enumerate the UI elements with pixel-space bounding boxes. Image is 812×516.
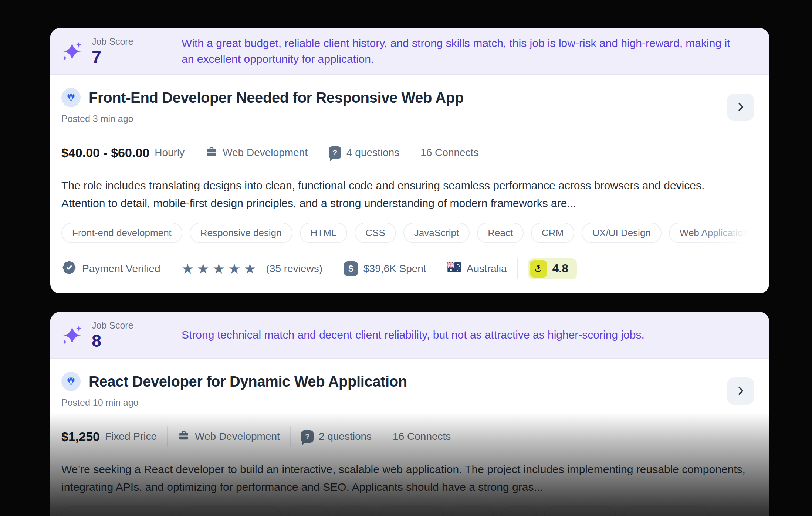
client-info-row: Payment Verified ★★★★★ (35 reviews) $ $3… bbox=[61, 258, 754, 279]
job-insight-text: Strong technical match and decent client… bbox=[182, 312, 769, 358]
job-card[interactable]: Job Score 8 Strong technical match and d… bbox=[50, 312, 769, 516]
job-questions-label: 2 questions bbox=[319, 431, 372, 442]
skill-tag[interactable]: JavaScript bbox=[403, 223, 470, 243]
reviews-count: (35 reviews) bbox=[266, 263, 322, 275]
briefcase-icon bbox=[178, 430, 190, 444]
job-connects: 16 Connects bbox=[393, 431, 451, 442]
rating-stars: ★★★★★ bbox=[182, 262, 260, 276]
job-questions-label: 4 questions bbox=[346, 147, 399, 159]
skill-tag bbox=[180, 506, 281, 516]
star-icon: ★ bbox=[244, 262, 256, 276]
star-icon: ★ bbox=[213, 262, 225, 276]
job-score-band: Job Score 8 Strong technical match and d… bbox=[50, 312, 769, 359]
open-job-button[interactable] bbox=[727, 377, 754, 405]
posted-time: Posted 3 min ago bbox=[61, 113, 754, 124]
job-description: We’re seeking a React developer to build… bbox=[61, 461, 747, 496]
australia-flag-icon bbox=[447, 262, 461, 275]
divider bbox=[437, 258, 437, 279]
skill-tag[interactable]: CSS bbox=[355, 223, 396, 243]
skill-tags: Front-end developmentResponsive designHT… bbox=[61, 223, 754, 243]
divider bbox=[195, 142, 195, 163]
client-rating: ★★★★★ (35 reviews) bbox=[182, 262, 322, 276]
skill-tag[interactable]: Web Application bbox=[669, 223, 754, 243]
client-score-value: 4.8 bbox=[552, 262, 568, 275]
job-description: The role includes translating designs in… bbox=[61, 177, 747, 212]
skill-tag[interactable]: CRM bbox=[531, 223, 574, 243]
job-questions: ? 4 questions bbox=[329, 146, 399, 159]
star-icon: ★ bbox=[197, 262, 209, 276]
briefcase-icon bbox=[206, 146, 217, 160]
divider bbox=[290, 426, 291, 447]
divider bbox=[167, 426, 168, 447]
job-title: React Developer for Dynamic Web Applicat… bbox=[89, 373, 407, 390]
job-title: Front-End Developer Needed for Responsiv… bbox=[89, 89, 464, 106]
open-job-button[interactable] bbox=[727, 94, 754, 121]
badge-check-icon bbox=[61, 260, 77, 278]
job-category: Web Development bbox=[178, 430, 280, 444]
job-insight-text: With a great budget, reliable client his… bbox=[182, 28, 769, 74]
skill-tag bbox=[61, 506, 172, 516]
skill-tag bbox=[544, 506, 616, 516]
skill-tag bbox=[451, 506, 494, 516]
client-country: Australia bbox=[447, 262, 507, 275]
sparkles-icon bbox=[60, 323, 84, 347]
job-meta-row: $40.00 - $60.00 Hourly Web Development ?… bbox=[61, 142, 754, 163]
star-icon: ★ bbox=[182, 262, 194, 276]
job-questions: ? 2 questions bbox=[301, 430, 372, 443]
skill-tag bbox=[623, 506, 710, 516]
dollar-icon: $ bbox=[344, 261, 358, 276]
job-score-value: 7 bbox=[92, 48, 133, 67]
job-score-label: Job Score bbox=[92, 36, 133, 47]
skill-tag[interactable]: HTML bbox=[300, 223, 348, 243]
job-title-row: Front-End Developer Needed for Responsiv… bbox=[61, 88, 754, 107]
job-connects: 16 Connects bbox=[420, 147, 478, 159]
divider bbox=[171, 258, 171, 279]
payment-verified-label: Payment Verified bbox=[82, 263, 160, 275]
job-category-label: Web Development bbox=[223, 147, 308, 159]
gem-icon bbox=[61, 372, 81, 391]
job-score-band: Job Score 7 With a great budget, reliabl… bbox=[50, 28, 769, 75]
skill-tag[interactable]: Responsive design bbox=[190, 223, 292, 243]
payment-verified: Payment Verified bbox=[61, 260, 160, 278]
job-score-label: Job Score bbox=[92, 320, 133, 331]
skill-tag[interactable]: React bbox=[477, 223, 524, 243]
skill-tags-row: Front-end developmentResponsive designHT… bbox=[61, 223, 754, 243]
job-price-type: Hourly bbox=[155, 147, 185, 159]
job-score-value: 8 bbox=[92, 332, 133, 350]
job-connects-label: 16 Connects bbox=[393, 431, 451, 442]
hand-coins-icon bbox=[530, 260, 547, 278]
skill-tag[interactable]: UX/UI Design bbox=[582, 223, 662, 243]
job-price: $40.00 - $60.00 bbox=[61, 146, 149, 160]
job-price-type: Fixed Price bbox=[105, 431, 157, 442]
client-score-badge: 4.8 bbox=[528, 258, 577, 279]
divider bbox=[382, 426, 382, 447]
job-meta-row: $1,250 Fixed Price Web Development ? 2 q… bbox=[61, 426, 754, 447]
posted-time: Posted 10 min ago bbox=[61, 397, 754, 408]
job-title-row: React Developer for Dynamic Web Applicat… bbox=[61, 372, 754, 391]
skill-tag bbox=[379, 506, 444, 516]
skill-tag bbox=[501, 506, 537, 516]
divider bbox=[517, 258, 518, 279]
job-category-label: Web Development bbox=[195, 431, 280, 442]
divider bbox=[333, 258, 333, 279]
question-bubble-icon: ? bbox=[301, 430, 314, 443]
job-category: Web Development bbox=[206, 146, 308, 160]
job-connects-label: 16 Connects bbox=[420, 147, 478, 159]
skill-tag bbox=[337, 506, 372, 516]
job-score-block: Job Score 7 bbox=[50, 28, 182, 74]
job-price: $1,250 bbox=[61, 430, 100, 444]
question-bubble-icon: ? bbox=[329, 146, 341, 159]
chevron-right-icon bbox=[735, 101, 747, 114]
skill-tag[interactable]: Front-end development bbox=[61, 223, 182, 243]
client-country-label: Australia bbox=[467, 263, 507, 275]
skill-tags-row-faded bbox=[61, 506, 754, 516]
client-spent: $ $39,6K Spent bbox=[344, 261, 426, 276]
skill-tag bbox=[289, 506, 329, 516]
divider bbox=[318, 142, 318, 163]
job-card[interactable]: Job Score 7 With a great budget, reliabl… bbox=[50, 28, 769, 293]
gem-icon bbox=[61, 88, 81, 107]
job-score-block: Job Score 8 bbox=[50, 312, 182, 358]
star-icon: ★ bbox=[228, 262, 240, 276]
client-spent-label: $39,6K Spent bbox=[363, 263, 426, 275]
divider bbox=[410, 142, 410, 163]
